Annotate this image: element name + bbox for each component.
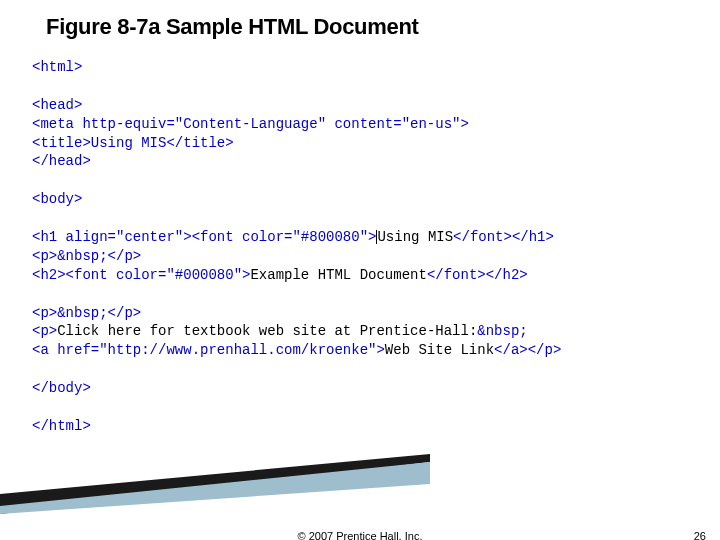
copyright-text: © 2007 Prentice Hall, Inc. bbox=[298, 530, 423, 540]
code-entity: &nbsp; bbox=[477, 323, 527, 339]
code-tag: <meta http-equiv="Content-Language" cont… bbox=[32, 116, 469, 132]
code-tag: <title>Using MIS</title> bbox=[32, 135, 234, 151]
slide: Figure 8-7a Sample HTML Document <html> … bbox=[0, 0, 720, 540]
code-tag: <html> bbox=[32, 59, 82, 75]
code-sample: <html> <head> <meta http-equiv="Content-… bbox=[0, 58, 720, 436]
figure-title: Figure 8-7a Sample HTML Document bbox=[0, 0, 720, 58]
code-text: Click here for textbook web site at Pren… bbox=[57, 323, 477, 339]
code-tag: </head> bbox=[32, 153, 91, 169]
code-tag: <h2><font color="#000080"> bbox=[32, 267, 250, 283]
code-tag: </body> bbox=[32, 380, 91, 396]
code-tag: <h1 align="center"><font color="#800080"… bbox=[32, 229, 376, 245]
code-tag: </font></h2> bbox=[427, 267, 528, 283]
code-tag: <p>&nbsp;</p> bbox=[32, 305, 141, 321]
page-number: 26 bbox=[694, 530, 706, 540]
code-text: Example HTML Document bbox=[250, 267, 426, 283]
code-tag: <a href="http://www.prenhall.com/kroenke… bbox=[32, 342, 385, 358]
decorative-wedge bbox=[0, 454, 430, 514]
code-tag: </html> bbox=[32, 418, 91, 434]
code-tag: <body> bbox=[32, 191, 82, 207]
code-tag: <p>&nbsp;</p> bbox=[32, 248, 141, 264]
code-tag: <p> bbox=[32, 323, 57, 339]
code-text: Using MIS bbox=[377, 229, 453, 245]
code-tag: </font></h1> bbox=[453, 229, 554, 245]
code-tag: </a></p> bbox=[494, 342, 561, 358]
code-text: Web Site Link bbox=[385, 342, 494, 358]
code-tag: <head> bbox=[32, 97, 82, 113]
